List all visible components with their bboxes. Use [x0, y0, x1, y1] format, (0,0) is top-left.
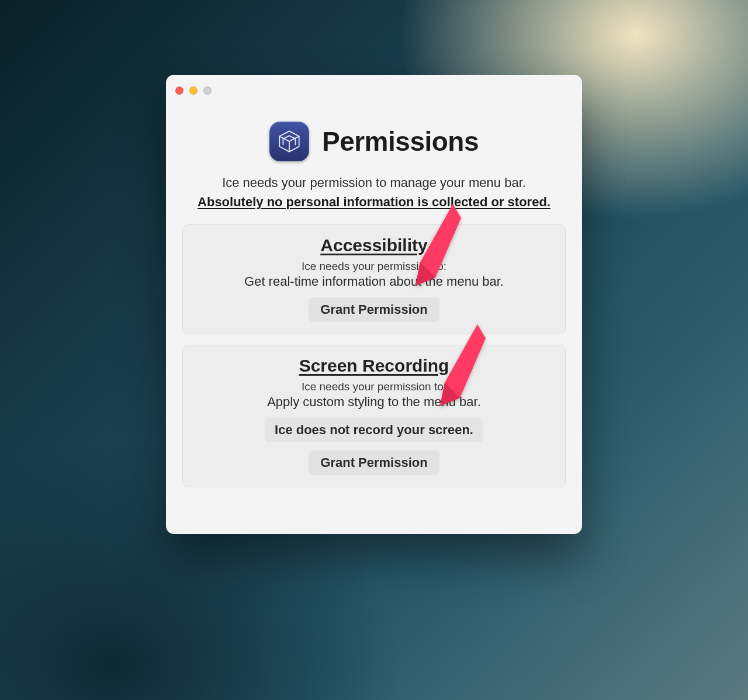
- window-minimize-button[interactable]: [189, 86, 198, 95]
- screen-recording-note: Ice does not record your screen.: [265, 418, 483, 442]
- page-title: Permissions: [322, 126, 479, 157]
- window-close-button[interactable]: [175, 86, 183, 95]
- accessibility-title: Accessibility: [195, 235, 553, 255]
- permissions-window: Permissions Ice needs your permission to…: [166, 75, 582, 534]
- screen-recording-line1: Ice needs your permission to:: [195, 380, 553, 393]
- permission-cards: Accessibility Ice needs your permission …: [166, 216, 582, 487]
- screen-recording-line2: Apply custom styling to the menu bar.: [195, 394, 553, 410]
- screen-recording-grant-button[interactable]: Grant Permission: [309, 451, 439, 475]
- accessibility-grant-button[interactable]: Grant Permission: [309, 297, 439, 322]
- screen-recording-card: Screen Recording Ice needs your permissi…: [182, 345, 566, 487]
- privacy-statement: Absolutely no personal information is co…: [198, 193, 550, 212]
- window-titlebar: [166, 75, 582, 98]
- accessibility-line1: Ice needs your permission to:: [195, 260, 553, 273]
- page-subtitle: Ice needs your permission to manage your…: [222, 174, 526, 192]
- title-row: Permissions: [269, 122, 479, 161]
- screen-recording-title: Screen Recording: [195, 356, 553, 376]
- accessibility-card: Accessibility Ice needs your permission …: [182, 224, 566, 334]
- header: Permissions Ice needs your permission to…: [166, 98, 582, 216]
- app-cube-icon: [269, 122, 309, 161]
- accessibility-line2: Get real-time information about the menu…: [195, 274, 553, 289]
- window-zoom-button[interactable]: [203, 86, 212, 95]
